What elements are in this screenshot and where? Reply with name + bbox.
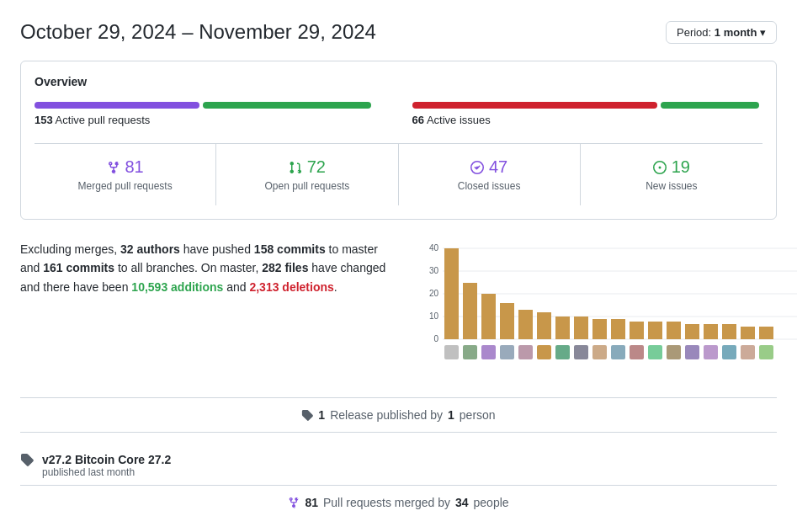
- pr-bar-green: [203, 102, 371, 109]
- bar-13: [667, 322, 681, 339]
- pr-summary-people-label: people: [474, 496, 509, 509]
- tag-icon: [301, 409, 313, 421]
- authors-count: 32 authors: [120, 242, 180, 256]
- commits-all: 161 commits: [43, 261, 114, 274]
- svg-rect-23: [685, 345, 699, 359]
- merged-pr-value: 81: [125, 157, 144, 177]
- activity-section: Excluding merges, 32 authors have pushed…: [20, 240, 777, 377]
- merged-pr-label: Merged pull requests: [48, 180, 202, 192]
- new-issue-icon: [653, 161, 667, 174]
- avatars-row: [444, 345, 773, 359]
- additions-link[interactable]: 10,593 additions: [131, 280, 223, 294]
- date-range: October 29, 2024 – November 29, 2024: [20, 20, 376, 44]
- stat-open-pr-number: 72: [230, 157, 384, 177]
- bar-3: [481, 294, 496, 339]
- release-count: 1: [318, 408, 325, 422]
- svg-rect-15: [537, 345, 551, 359]
- bar-16: [722, 324, 736, 339]
- svg-text:0: 0: [433, 334, 438, 343]
- svg-rect-21: [648, 345, 662, 359]
- progress-section: 153 Active pull requests 66 Active issue…: [35, 102, 762, 126]
- pr-count: 153: [35, 114, 53, 126]
- bar-1: [444, 248, 459, 339]
- stat-merged-pr: 81 Merged pull requests: [35, 144, 216, 205]
- release-text: Release published by: [330, 408, 443, 422]
- bar-8: [574, 317, 588, 339]
- stat-new-issues-number: 19: [594, 157, 749, 177]
- overview-card: Overview 153 Active pull requests 66 Act…: [20, 61, 777, 220]
- pr-bar-purple: [35, 102, 199, 109]
- bar-4: [500, 303, 514, 339]
- bar-7: [555, 317, 570, 339]
- issues-count: 66: [412, 114, 424, 126]
- open-pr-label: Open pull requests: [230, 180, 384, 192]
- new-issues-value: 19: [672, 157, 690, 177]
- overview-title: Overview: [35, 75, 762, 88]
- svg-text:10: 10: [429, 311, 439, 321]
- bar-chart-svg: 40 30 20 10 0: [417, 240, 797, 375]
- deletions-link[interactable]: 2,313 deletions: [249, 280, 333, 294]
- activity-text: Excluding merges, 32 authors have pushed…: [20, 240, 391, 377]
- new-issues-label: New issues: [594, 180, 749, 192]
- svg-text:20: 20: [429, 289, 439, 298]
- bar-17: [741, 327, 755, 339]
- bar-9: [592, 319, 607, 339]
- bar-11: [630, 322, 644, 339]
- pr-merge-icon: [288, 497, 300, 508]
- svg-rect-27: [759, 345, 773, 359]
- page-header: October 29, 2024 – November 29, 2024 Per…: [20, 20, 777, 44]
- svg-rect-19: [611, 345, 625, 359]
- stat-merged-pr-number: 81: [48, 157, 202, 177]
- bar-18: [759, 327, 773, 339]
- period-label: Period:: [677, 26, 711, 39]
- svg-rect-24: [704, 345, 718, 359]
- closed-issue-icon: [470, 161, 484, 174]
- stat-closed-issues: 47 Closed issues: [399, 144, 581, 205]
- release-tag-icon: [20, 453, 34, 466]
- bar-5: [518, 310, 533, 339]
- release-item: v27.2 Bitcoin Core 27.2 published last m…: [20, 446, 777, 485]
- issues-progress: 66 Active issues: [412, 102, 763, 126]
- period-selector[interactable]: Period: 1 month ▾: [666, 21, 777, 44]
- bar-15: [704, 324, 718, 339]
- pr-summary-people: 34: [455, 496, 469, 509]
- bar-10: [611, 319, 625, 339]
- release-meta: published last month: [42, 466, 171, 478]
- issues-bar-red: [412, 102, 658, 109]
- bar-2: [463, 283, 477, 339]
- stat-open-pr: 72 Open pull requests: [216, 144, 398, 205]
- release-people: 1: [448, 408, 454, 422]
- period-value: 1 month: [715, 26, 757, 39]
- svg-rect-25: [722, 345, 736, 359]
- release-summary-row: 1 Release published by 1 person: [20, 397, 777, 433]
- open-pr-value: 72: [307, 157, 326, 177]
- activity-description: Excluding merges, 32 authors have pushed…: [20, 240, 391, 296]
- issues-text: Active issues: [427, 114, 491, 126]
- svg-text:40: 40: [429, 243, 439, 253]
- commits-master: 158 commits: [254, 242, 326, 256]
- issues-label: 66 Active issues: [412, 114, 763, 126]
- svg-rect-14: [518, 345, 533, 359]
- pr-summary-count: 81: [305, 496, 318, 509]
- svg-rect-17: [574, 345, 588, 359]
- bar-6: [537, 312, 551, 339]
- closed-issues-value: 47: [489, 157, 507, 177]
- bar-14: [685, 324, 699, 339]
- stat-new-issues: 19 New issues: [581, 144, 762, 205]
- svg-rect-22: [667, 345, 681, 359]
- issues-bar-green: [661, 102, 759, 109]
- pr-label: 153 Active pull requests: [35, 114, 385, 126]
- bar-12: [648, 322, 662, 339]
- closed-issues-label: Closed issues: [412, 180, 566, 192]
- pr-text: Active pull requests: [56, 114, 151, 126]
- svg-rect-20: [630, 345, 644, 359]
- svg-rect-11: [463, 345, 477, 359]
- merge-icon: [107, 161, 120, 174]
- files-changed: 282 files: [262, 261, 308, 274]
- commits-chart: 40 30 20 10 0: [417, 240, 797, 377]
- stats-grid: 81 Merged pull requests 72 Open pull req…: [35, 143, 762, 205]
- release-person-label: person: [460, 408, 496, 422]
- svg-rect-10: [444, 345, 459, 359]
- svg-rect-13: [500, 345, 514, 359]
- svg-rect-26: [741, 345, 755, 359]
